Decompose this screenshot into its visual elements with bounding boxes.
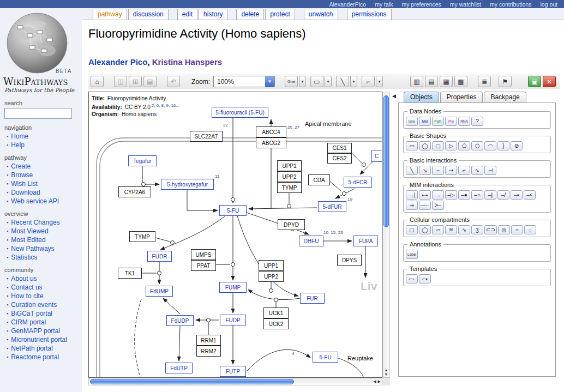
literature-ref-superscript[interactable]: 19: [347, 197, 352, 202]
pathway-node-5-dfur[interactable]: 5-dFUR: [318, 201, 346, 212]
sidebar-item-bigcat-portal[interactable]: BiGCaT portal: [7, 310, 82, 317]
new-shape-tool[interactable]: ▭: [310, 76, 323, 87]
pathway-node-fupa[interactable]: FUPA: [353, 236, 378, 246]
pathway-node-abcc4[interactable]: ABCC4: [256, 126, 286, 137]
align-vertical-center-button[interactable]: ▤: [425, 76, 438, 87]
scroll-left-icon[interactable]: ◀: [373, 379, 376, 384]
line-tool[interactable]: ╲: [406, 166, 418, 175]
distribute-horizontal-button[interactable]: ▦: [440, 76, 453, 87]
palette-collapse-handle[interactable]: ◀: [390, 92, 398, 385]
interaction-edge-23[interactable]: [249, 208, 317, 209]
search-input[interactable]: [4, 108, 72, 119]
triangle-tool[interactable]: ▷: [445, 141, 457, 150]
pathway-node-fdudp[interactable]: FdUDP: [166, 315, 194, 326]
pathway-node-fur[interactable]: FUR: [300, 293, 325, 304]
pathway-node-futp[interactable]: FUTP: [220, 366, 246, 377]
pathway-node-dhfu[interactable]: DHFU: [299, 236, 323, 246]
brace-tool[interactable]: }: [497, 141, 509, 150]
sidebar-item-about-us[interactable]: About us: [7, 275, 82, 282]
mim-cleavage-tool[interactable]: –/: [497, 190, 509, 200]
sidebar-item-statistics[interactable]: Statistics: [7, 254, 82, 261]
pathway-node-slc22a7[interactable]: SLC22A7: [190, 131, 223, 142]
degradation-tool[interactable]: ⊘: [511, 141, 523, 150]
sidebar-item-home[interactable]: Home: [7, 132, 82, 140]
pathway-node-5-dfcr[interactable]: 5-dFCR: [344, 177, 372, 188]
interaction-edge-27[interactable]: [360, 161, 374, 174]
pathway-node-fdutp[interactable]: FdUTP: [165, 363, 193, 373]
interaction-edge-18[interactable]: [163, 298, 180, 314]
tab-unwatch[interactable]: unwatch: [304, 9, 338, 20]
pathway-node-dpyd[interactable]: DPYD: [278, 219, 305, 230]
pathway-node-ppat[interactable]: PPAT: [191, 260, 216, 271]
catalysis-anchor-3[interactable]: [158, 272, 161, 275]
pathway-node-upp2[interactable]: UPP2: [277, 171, 302, 182]
label-tool[interactable]: Label: [406, 250, 418, 259]
scroll-down-icon[interactable]: ▼: [385, 372, 388, 377]
palette-tab-properties[interactable]: Properties: [440, 92, 483, 102]
user-bar-link-my-watchlist[interactable]: my watchlist: [450, 1, 481, 8]
vertical-scrollbar[interactable]: ▲▼: [382, 92, 390, 378]
arc-tool[interactable]: ◠: [484, 141, 496, 150]
dashed-arrow-tool[interactable]: ⇢: [445, 166, 457, 175]
tab-delete[interactable]: delete: [236, 9, 264, 20]
selection-mode-button[interactable]: ⚑: [499, 76, 512, 87]
pathway-node-ces1[interactable]: CES1: [327, 143, 352, 153]
new-line-tool[interactable]: ╲: [336, 76, 349, 87]
interaction-edge-26[interactable]: [330, 182, 341, 191]
pathway-node-fdump[interactable]: FdUMP: [146, 286, 173, 297]
gene-node-tool[interactable]: Gne: [406, 117, 418, 126]
rectangle-tool[interactable]: ▭: [406, 141, 418, 150]
vertical-scrollbar-thumb[interactable]: [383, 95, 389, 227]
vertical-scroll-arrows[interactable]: ▲▼: [383, 368, 389, 377]
interaction-edge-12[interactable]: [248, 290, 300, 300]
sidebar-item-browse[interactable]: Browse: [7, 171, 82, 179]
catalysis-anchor-10[interactable]: [343, 192, 346, 196]
stack-button[interactable]: ≣: [478, 76, 491, 87]
endoplasmic-reticulum-tool[interactable]: ≋: [445, 225, 457, 234]
curved-connector-tool[interactable]: ∿: [471, 166, 483, 175]
distribute-vertical-button[interactable]: ▩: [454, 76, 467, 87]
catalysis-anchor-11[interactable]: [362, 163, 366, 167]
mim-catalysis-tool[interactable]: –○: [471, 190, 483, 200]
align-horizontal-center-button[interactable]: ▥: [410, 76, 423, 87]
literature-ref-superscript[interactable]: 11: [215, 174, 219, 179]
zoom-select[interactable]: 100%▼: [213, 76, 275, 87]
hexagon-tool[interactable]: ⬡: [471, 141, 483, 150]
user-bar-link-my-preferences[interactable]: my preferences: [401, 1, 441, 8]
catalysis-anchor-4[interactable]: [231, 263, 235, 267]
elbow-connector-tool[interactable]: ⌐: [458, 166, 470, 175]
template-interaction-tool[interactable]: ⌐▫: [406, 274, 418, 284]
mim-inhibition-tool[interactable]: –|: [484, 190, 496, 200]
undo-button[interactable]: ↶: [167, 76, 180, 87]
sidebar-item-contact-us[interactable]: Contact us: [7, 284, 82, 291]
catalysis-anchor-2[interactable]: [171, 241, 175, 245]
pathway-node-upp1[interactable]: UPP1: [259, 260, 284, 271]
rounded-rectangle-tool[interactable]: ▢: [432, 141, 444, 150]
pathway-node-fump[interactable]: FUMP: [219, 282, 247, 293]
interaction-edge-4[interactable]: [160, 216, 225, 250]
scroll-up-icon[interactable]: ▲: [385, 368, 388, 372]
interaction-edge-3[interactable]: [187, 190, 218, 210]
catalysis-anchor-6[interactable]: [274, 298, 278, 302]
catalysis-anchor-1[interactable]: [142, 183, 146, 186]
tab-discussion[interactable]: discussion: [128, 9, 169, 20]
pathway-node-fudp[interactable]: FUDP: [220, 315, 246, 325]
organelle-tool[interactable]: ○: [511, 225, 523, 234]
pathway-node-tymp[interactable]: TYMP: [129, 231, 155, 242]
dashed-line-tool[interactable]: ┄: [432, 166, 444, 175]
sidebar-item-how-to-cite[interactable]: How to cite: [7, 292, 82, 300]
sidebar-item-curation-events[interactable]: Curation events: [7, 301, 82, 309]
interaction-edge-29[interactable]: [247, 349, 310, 371]
metabolite-node-tool[interactable]: Met: [419, 117, 431, 126]
mim-conversion-tool[interactable]: →: [432, 190, 444, 200]
sidebar-item-download[interactable]: Download: [7, 189, 82, 196]
sarcoplasmic-reticulum-tool[interactable]: ∿: [458, 225, 470, 234]
pathway-node-umps[interactable]: UMPS: [191, 249, 216, 260]
mim-stimulation-tool[interactable]: –▷: [445, 190, 457, 200]
mim-branching-right-tool[interactable]: >–: [432, 201, 444, 210]
author-link-1[interactable]: Alexander Pico: [88, 57, 147, 67]
pathway-node-rrm1[interactable]: RRM1: [196, 335, 221, 346]
mim-binding-tool[interactable]: ●–●: [419, 190, 431, 200]
sidebar-item-most-viewed[interactable]: Most Viewed: [7, 227, 82, 235]
catalysis-anchor-5[interactable]: [269, 289, 273, 293]
